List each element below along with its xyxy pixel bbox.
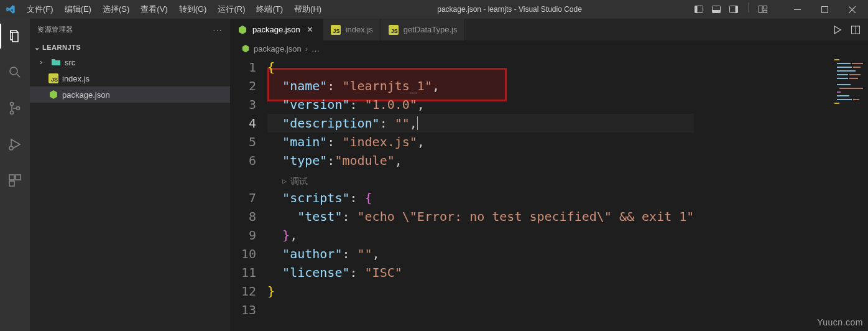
window-maximize-icon[interactable] [811, 0, 838, 19]
nodejs-file-icon [48, 90, 58, 100]
run-icon[interactable] [832, 25, 842, 35]
tree-file-package-json[interactable]: package.json [30, 86, 230, 103]
minimap[interactable] [832, 57, 867, 169]
chevron-down-icon: ⌄ [32, 44, 42, 52]
menu-bar: 文件(F) 编辑(E) 选择(S) 查看(V) 转到(G) 运行(R) 终端(T… [21, 1, 327, 17]
menu-view[interactable]: 查看(V) [135, 1, 173, 17]
line-number: 13 [230, 301, 256, 319]
tab-index-js[interactable]: JS index.js [323, 19, 381, 40]
svg-rect-10 [821, 6, 828, 12]
svg-point-14 [17, 107, 20, 110]
explorer-sidebar: 资源管理器 ··· ⌄ LEARNJTS › src JS index.js p… [30, 19, 230, 331]
svg-rect-18 [9, 181, 14, 186]
js-file-icon: JS [48, 73, 58, 83]
menu-run[interactable]: 运行(R) [212, 1, 251, 17]
svg-rect-9 [794, 9, 801, 10]
editor-actions [832, 19, 868, 40]
nodejs-file-icon [241, 44, 250, 53]
svg-rect-32 [839, 88, 863, 89]
folder-root[interactable]: ⌄ LEARNJTS [30, 40, 230, 54]
svg-rect-26 [837, 70, 856, 72]
svg-rect-22 [837, 63, 851, 64]
activity-search-icon[interactable] [0, 60, 30, 85]
chevron-right-icon: › [305, 44, 308, 54]
tree-folder-src[interactable]: › src [30, 54, 230, 70]
activity-explorer-icon[interactable] [0, 24, 30, 49]
folder-icon [51, 57, 61, 67]
svg-point-11 [10, 67, 17, 75]
svg-rect-24 [837, 67, 852, 68]
tab-getdatatype-js[interactable]: JS getDataType.js [381, 19, 466, 40]
menu-selection[interactable]: 选择(S) [97, 1, 135, 17]
svg-rect-8 [764, 11, 767, 13]
line-number: 12 [230, 282, 256, 301]
svg-rect-1 [695, 6, 698, 13]
tab-label: package.json [252, 25, 300, 34]
breadcrumb-more: … [312, 44, 320, 54]
menu-help[interactable]: 帮助(H) [289, 1, 327, 17]
tab-label: getDataType.js [404, 25, 458, 34]
svg-rect-5 [736, 6, 738, 13]
line-number: 6 [230, 151, 256, 170]
folder-root-label: LEARNJTS [42, 44, 81, 51]
line-number: 5 [230, 133, 256, 151]
svg-rect-27 [837, 74, 848, 75]
toggle-panel-icon[interactable] [709, 2, 723, 16]
menu-file[interactable]: 文件(F) [21, 1, 59, 17]
svg-rect-34 [837, 95, 849, 96]
nodejs-file-icon [238, 25, 247, 35]
close-icon[interactable]: ✕ [305, 25, 315, 35]
toggle-secondary-sidebar-icon[interactable] [727, 2, 741, 16]
line-number: 4 [230, 114, 256, 133]
editor-area: package.json ✕ JS index.js JS getDataTyp… [230, 19, 868, 331]
svg-rect-23 [852, 63, 863, 64]
activity-source-control-icon[interactable] [0, 96, 30, 121]
line-number: 8 [230, 207, 256, 226]
sidebar-more-icon[interactable]: ··· [213, 26, 223, 34]
svg-rect-30 [849, 78, 858, 79]
menu-edit[interactable]: 编辑(E) [59, 1, 97, 17]
activity-extensions-icon[interactable] [0, 168, 30, 193]
js-file-icon: JS [331, 25, 341, 35]
split-editor-icon[interactable] [851, 25, 861, 35]
customize-layout-icon[interactable] [756, 2, 770, 16]
svg-point-12 [11, 103, 14, 106]
window-close-icon[interactable] [838, 0, 866, 19]
svg-rect-25 [853, 67, 861, 68]
toggle-primary-sidebar-icon[interactable] [692, 2, 706, 16]
activity-run-debug-icon[interactable] [0, 132, 30, 157]
svg-rect-7 [764, 6, 767, 9]
tree-file-index-js[interactable]: JS index.js [30, 70, 230, 86]
svg-rect-33 [837, 91, 841, 93]
code-editor[interactable]: 1 2 3 4 5 6 7 8 9 10 11 12 13 { "name": … [230, 57, 868, 331]
menu-terminal[interactable]: 终端(T) [251, 1, 289, 17]
separator [748, 2, 749, 12]
window-title: package.json - learnjts - Visual Studio … [327, 5, 692, 14]
debug-codelens[interactable]: ▷调试 [282, 172, 308, 190]
editor-tabs: package.json ✕ JS index.js JS getDataTyp… [230, 19, 868, 40]
tree-item-label: src [65, 58, 75, 67]
breadcrumb[interactable]: package.json › … [230, 40, 868, 57]
svg-rect-29 [837, 78, 848, 79]
code-content[interactable]: { "name": "learnjts_1", "version": "1.0.… [267, 57, 694, 331]
sidebar-title: 资源管理器 ··· [30, 19, 230, 40]
svg-point-13 [11, 111, 14, 114]
line-number: 10 [230, 245, 256, 263]
vscode-logo-icon [0, 4, 21, 14]
svg-rect-35 [837, 99, 852, 100]
js-file-icon: JS [389, 25, 399, 35]
tree-item-label: package.json [62, 90, 110, 100]
menu-go[interactable]: 转到(G) [173, 1, 213, 17]
window-minimize-icon[interactable] [783, 0, 811, 19]
sidebar-title-label: 资源管理器 [37, 25, 73, 34]
tab-package-json[interactable]: package.json ✕ [230, 19, 323, 40]
file-tree: › src JS index.js package.json [30, 54, 230, 103]
watermark: Yuucn.com [817, 317, 863, 327]
line-number [230, 170, 256, 189]
svg-rect-31 [837, 84, 851, 85]
workbench: 资源管理器 ··· ⌄ LEARNJTS › src JS index.js p… [0, 19, 868, 331]
tree-item-label: index.js [62, 74, 90, 83]
line-number: 3 [230, 95, 256, 114]
svg-rect-6 [759, 6, 763, 13]
svg-rect-17 [16, 175, 21, 180]
